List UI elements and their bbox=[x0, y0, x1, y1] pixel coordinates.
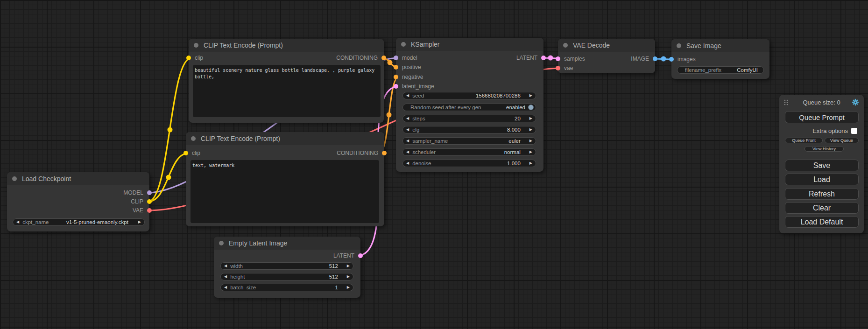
increment-arrow-icon[interactable]: ▶ bbox=[526, 92, 536, 99]
conditioning-port-dot[interactable] bbox=[382, 151, 387, 155]
node-empty-latent-image[interactable]: Empty Latent Image LATENT ◀ width 512 ▶ … bbox=[214, 237, 360, 298]
sampler-name-widget[interactable]: ◀ sampler_name euler ▶ bbox=[402, 137, 536, 145]
load-button[interactable]: Load bbox=[785, 174, 859, 185]
link-midpoint-dot[interactable] bbox=[661, 56, 666, 62]
batch-size-widget[interactable]: ◀ batch_size 1 ▶ bbox=[220, 284, 353, 291]
decrement-arrow-icon[interactable]: ◀ bbox=[221, 262, 230, 270]
input-clip[interactable]: clip bbox=[189, 54, 203, 62]
output-vae[interactable]: VAE bbox=[133, 206, 149, 215]
model-port-dot[interactable] bbox=[147, 190, 152, 195]
link-midpoint-dot[interactable] bbox=[388, 60, 393, 65]
input-model[interactable]: model bbox=[396, 54, 417, 62]
output-conditioning[interactable]: CONDITIONING bbox=[337, 149, 384, 157]
input-negative[interactable]: negative bbox=[396, 73, 423, 81]
increment-arrow-icon[interactable]: ▶ bbox=[526, 160, 536, 167]
conditioning-port-dot[interactable] bbox=[394, 75, 398, 79]
seed-widget[interactable]: ◀ seed 156680208700286 ▶ bbox=[402, 92, 536, 99]
increment-arrow-icon[interactable]: ▶ bbox=[526, 115, 536, 122]
link-midpoint-dot[interactable] bbox=[387, 112, 392, 118]
output-latent[interactable]: LATENT bbox=[333, 252, 360, 260]
collapse-dot[interactable] bbox=[563, 43, 568, 48]
node-clip-text-encode-negative[interactable]: CLIP Text Encode (Prompt) clip CONDITION… bbox=[186, 132, 384, 226]
latent-port-dot[interactable] bbox=[358, 253, 363, 258]
refresh-button[interactable]: Refresh bbox=[785, 188, 859, 200]
prev-arrow-icon[interactable]: ◀ bbox=[403, 148, 412, 156]
input-images[interactable]: images bbox=[671, 55, 696, 63]
prev-arrow-icon[interactable]: ◀ bbox=[403, 137, 412, 145]
latent-port-dot[interactable] bbox=[541, 56, 546, 60]
output-image[interactable]: IMAGE bbox=[631, 55, 655, 63]
cfg-widget[interactable]: ◀ cfg 8.000 ▶ bbox=[402, 126, 536, 133]
queue-front-button[interactable]: Queue Front bbox=[785, 138, 823, 143]
clip-port-dot[interactable] bbox=[183, 151, 188, 155]
clip-port-dot[interactable] bbox=[186, 56, 191, 60]
next-arrow-icon[interactable]: ▶ bbox=[526, 148, 536, 156]
decrement-arrow-icon[interactable]: ◀ bbox=[403, 92, 412, 99]
output-latent[interactable]: LATENT bbox=[516, 54, 543, 62]
random-seed-toggle-widget[interactable]: Random seed after every gen enabled bbox=[402, 104, 536, 111]
input-latent-image[interactable]: latent_image bbox=[396, 82, 434, 91]
node-save-image[interactable]: Save Image images filename_prefix ComfyU… bbox=[671, 39, 769, 79]
vae-port-dot[interactable] bbox=[147, 208, 152, 213]
latent-port-dot[interactable] bbox=[394, 84, 398, 89]
decrement-arrow-icon[interactable]: ◀ bbox=[403, 115, 412, 122]
filename-prefix-widget[interactable]: filename_prefix ComfyUI bbox=[677, 66, 764, 74]
link-midpoint-dot[interactable] bbox=[548, 56, 553, 61]
next-arrow-icon[interactable]: ▶ bbox=[135, 218, 144, 226]
node-load-checkpoint[interactable]: Load Checkpoint MODEL CLIP VAE ◀ ckpt_na… bbox=[7, 172, 149, 231]
graph-canvas[interactable]: Load Checkpoint MODEL CLIP VAE ◀ ckpt_na… bbox=[0, 0, 868, 329]
node-vae-decode[interactable]: VAE Decode samples vae IMAGE bbox=[558, 39, 655, 73]
positive-prompt-textarea[interactable]: beautiful scenery nature glass bottle la… bbox=[193, 65, 381, 117]
decrement-arrow-icon[interactable]: ◀ bbox=[221, 273, 230, 280]
collapse-dot[interactable] bbox=[194, 43, 198, 48]
toggle-knob[interactable] bbox=[528, 105, 534, 110]
view-history-button[interactable]: View History bbox=[804, 146, 844, 152]
settings-gear-icon[interactable] bbox=[852, 98, 859, 106]
decrement-arrow-icon[interactable]: ◀ bbox=[221, 284, 230, 291]
prev-arrow-icon[interactable]: ◀ bbox=[13, 218, 22, 226]
steps-widget[interactable]: ◀ steps 20 ▶ bbox=[402, 115, 536, 122]
latent-port-dot[interactable] bbox=[556, 56, 560, 61]
decrement-arrow-icon[interactable]: ◀ bbox=[403, 126, 412, 133]
load-default-button[interactable]: Load Default bbox=[785, 216, 859, 228]
link-midpoint-dot[interactable] bbox=[166, 175, 171, 180]
image-port-dot[interactable] bbox=[669, 57, 674, 62]
decrement-arrow-icon[interactable]: ◀ bbox=[403, 160, 412, 167]
link-midpoint-dot[interactable] bbox=[168, 127, 173, 133]
input-clip[interactable]: clip bbox=[186, 149, 200, 157]
collapse-dot[interactable] bbox=[191, 136, 196, 141]
output-conditioning[interactable]: CONDITIONING bbox=[336, 54, 384, 62]
input-positive[interactable]: positive bbox=[396, 63, 421, 71]
collapse-dot[interactable] bbox=[401, 42, 406, 47]
queue-panel[interactable]: Queue size: 0 Queue Prompt Extra options… bbox=[779, 95, 864, 233]
increment-arrow-icon[interactable]: ▶ bbox=[344, 262, 353, 270]
node-clip-text-encode-positive[interactable]: CLIP Text Encode (Prompt) clip CONDITION… bbox=[189, 39, 384, 123]
clip-port-dot[interactable] bbox=[147, 199, 152, 204]
input-samples[interactable]: samples bbox=[558, 55, 585, 63]
increment-arrow-icon[interactable]: ▶ bbox=[344, 284, 353, 291]
view-queue-button[interactable]: View Queue bbox=[825, 138, 859, 143]
node-ksampler[interactable]: KSampler model positive negative latent_… bbox=[396, 38, 543, 172]
output-clip[interactable]: CLIP bbox=[131, 197, 149, 206]
width-widget[interactable]: ◀ width 512 ▶ bbox=[220, 262, 353, 270]
output-model[interactable]: MODEL bbox=[123, 189, 149, 197]
ckpt-name-widget[interactable]: ◀ ckpt_name v1-5-pruned-emaonly.ckpt ▶ bbox=[13, 218, 145, 226]
collapse-dot[interactable] bbox=[219, 241, 224, 245]
increment-arrow-icon[interactable]: ▶ bbox=[526, 126, 536, 133]
input-vae[interactable]: vae bbox=[558, 64, 573, 72]
conditioning-port-dot[interactable] bbox=[381, 56, 386, 60]
vae-port-dot[interactable] bbox=[556, 66, 560, 70]
denoise-widget[interactable]: ◀ denoise 1.000 ▶ bbox=[402, 160, 536, 167]
increment-arrow-icon[interactable]: ▶ bbox=[344, 273, 353, 280]
queue-prompt-button[interactable]: Queue Prompt bbox=[785, 111, 859, 123]
image-port-dot[interactable] bbox=[653, 56, 657, 61]
conditioning-port-dot[interactable] bbox=[394, 65, 398, 70]
negative-prompt-textarea[interactable]: text, watermark bbox=[191, 160, 379, 223]
collapse-dot[interactable] bbox=[12, 176, 17, 181]
extra-options-checkbox[interactable] bbox=[851, 128, 857, 134]
model-port-dot[interactable] bbox=[394, 56, 398, 60]
clear-button[interactable]: Clear bbox=[785, 202, 859, 214]
save-button[interactable]: Save bbox=[785, 160, 859, 171]
collapse-dot[interactable] bbox=[677, 43, 681, 48]
height-widget[interactable]: ◀ height 512 ▶ bbox=[220, 273, 353, 280]
